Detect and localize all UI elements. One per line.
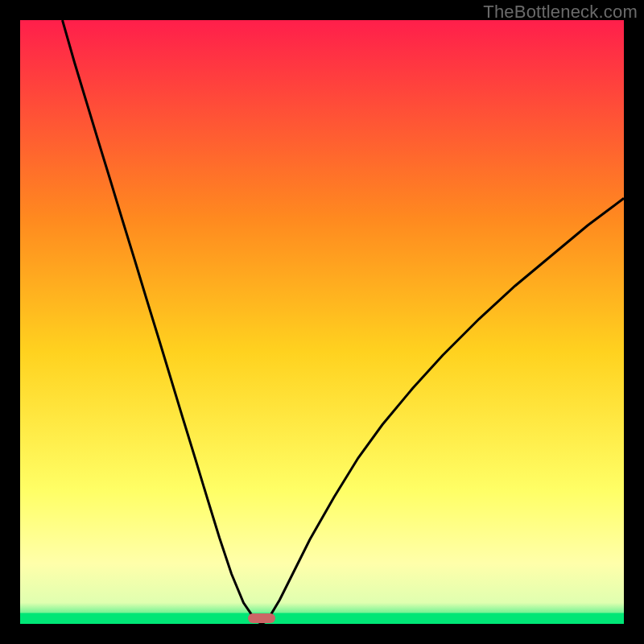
gradient-background [20,20,624,624]
baseline-band [20,613,624,625]
minimum-marker [248,613,275,623]
watermark-text: TheBottleneck.com [483,2,638,23]
plot-frame [20,20,624,624]
bottleneck-chart [20,20,624,624]
